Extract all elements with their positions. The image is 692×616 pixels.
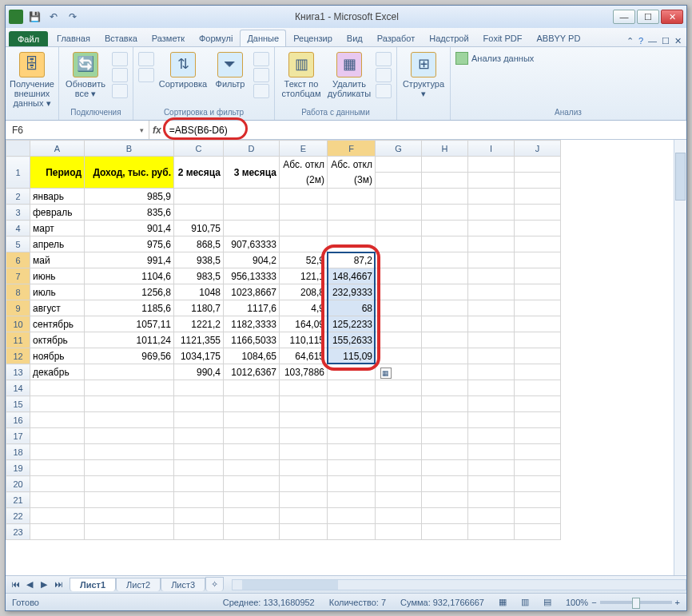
cell[interactable]: 868,5 (174, 236, 224, 252)
cell[interactable] (468, 236, 515, 252)
whatif-button[interactable] (376, 84, 392, 98)
cell[interactable] (328, 444, 376, 460)
tab-developer[interactable]: Разработ (370, 30, 422, 46)
cell[interactable] (224, 444, 280, 460)
cell[interactable]: 990,4 (174, 364, 224, 380)
cell[interactable] (85, 364, 174, 380)
cell[interactable] (422, 173, 468, 189)
tab-view[interactable]: Вид (340, 30, 370, 46)
cell[interactable] (468, 189, 515, 205)
cell[interactable] (468, 268, 515, 284)
col-header[interactable]: D (224, 141, 280, 157)
row-header[interactable]: 12 (6, 348, 30, 364)
clear-button[interactable] (253, 52, 269, 66)
tab-nav-next[interactable]: ▶ (38, 579, 50, 590)
zoom-in-button[interactable]: + (675, 598, 680, 607)
formula-input[interactable]: =ABS(B6-D6) (165, 121, 686, 139)
name-box[interactable]: F6 (6, 121, 149, 139)
text-to-columns-button[interactable]: ▥ Текст по столбцам (280, 52, 323, 98)
properties-button[interactable] (112, 68, 128, 82)
cell[interactable]: 907,63333 (224, 236, 280, 252)
view-pagebreak-button[interactable]: ▤ (543, 597, 551, 607)
sheet-tab[interactable]: Лист3 (161, 578, 205, 591)
cell[interactable] (280, 412, 328, 428)
col-header[interactable]: F (328, 141, 376, 157)
row-header[interactable]: 19 (6, 460, 30, 476)
cell[interactable] (468, 173, 515, 189)
cell[interactable] (85, 460, 174, 476)
cell[interactable] (376, 460, 422, 476)
col-header[interactable]: C (174, 141, 224, 157)
cell[interactable] (280, 508, 328, 524)
cell[interactable] (468, 252, 515, 268)
cell[interactable]: 904,2 (224, 252, 280, 268)
cell[interactable] (515, 157, 561, 173)
cell[interactable] (376, 221, 422, 236)
cell[interactable] (30, 444, 85, 460)
cell[interactable]: 1034,175 (174, 348, 224, 364)
cell[interactable]: 1011,24 (85, 332, 174, 348)
cell[interactable] (30, 476, 85, 492)
cell[interactable] (224, 460, 280, 476)
cell[interactable] (468, 205, 515, 221)
cell[interactable] (224, 189, 280, 205)
cell[interactable] (468, 396, 515, 412)
cell[interactable] (515, 524, 561, 540)
tab-nav-prev[interactable]: ◀ (23, 579, 36, 590)
cell[interactable] (280, 396, 328, 412)
cell[interactable] (328, 396, 376, 412)
cell[interactable]: 3 месяца (224, 157, 280, 189)
cell[interactable] (174, 428, 224, 444)
cell[interactable]: апрель (30, 236, 85, 252)
cell[interactable] (376, 396, 422, 412)
cell[interactable] (376, 332, 422, 348)
cell[interactable] (515, 460, 561, 476)
cell[interactable] (515, 364, 561, 380)
connections-button[interactable] (112, 52, 128, 66)
cell[interactable] (376, 157, 422, 173)
cell[interactable] (85, 428, 174, 444)
cell[interactable]: 1185,6 (85, 300, 174, 316)
cell[interactable] (174, 524, 224, 540)
cell[interactable] (515, 173, 561, 189)
tab-file[interactable]: Файл (9, 31, 48, 46)
cell[interactable] (376, 300, 422, 316)
row-header[interactable]: 2 (6, 189, 30, 205)
row-header[interactable]: 5 (6, 236, 30, 252)
cell[interactable] (280, 428, 328, 444)
cell[interactable] (85, 492, 174, 508)
cell[interactable] (468, 348, 515, 364)
tab-foxit[interactable]: Foxit PDF (476, 30, 530, 46)
cell[interactable]: 2 месяца (174, 157, 224, 189)
cell[interactable] (422, 364, 468, 380)
cell[interactable] (280, 524, 328, 540)
cell[interactable]: июнь (30, 268, 85, 284)
sheet-tab[interactable]: Лист2 (116, 578, 161, 591)
cell[interactable]: май (30, 252, 85, 268)
cell[interactable] (422, 236, 468, 252)
sort-az-button[interactable] (138, 52, 154, 66)
cell[interactable]: 835,6 (85, 205, 174, 221)
cell[interactable] (422, 492, 468, 508)
cell[interactable] (224, 508, 280, 524)
cell[interactable] (376, 492, 422, 508)
cell[interactable] (376, 380, 422, 396)
advanced-button[interactable] (253, 84, 269, 98)
cell[interactable]: 910,75 (174, 221, 224, 236)
row-header[interactable]: 15 (6, 396, 30, 412)
cell[interactable]: 901,4 (85, 221, 174, 236)
cell[interactable] (328, 476, 376, 492)
cell[interactable] (376, 268, 422, 284)
maximize-button[interactable]: ☐ (637, 10, 659, 24)
cell[interactable] (280, 221, 328, 236)
tab-data[interactable]: Данные (240, 30, 286, 46)
cell[interactable] (376, 412, 422, 428)
row-header[interactable]: 11 (6, 332, 30, 348)
cell[interactable] (328, 221, 376, 236)
cell[interactable]: 87,2 (328, 252, 376, 268)
row-header[interactable]: 23 (6, 524, 30, 540)
cell[interactable] (468, 284, 515, 300)
cell[interactable] (515, 348, 561, 364)
cell[interactable] (422, 524, 468, 540)
cell[interactable] (85, 444, 174, 460)
